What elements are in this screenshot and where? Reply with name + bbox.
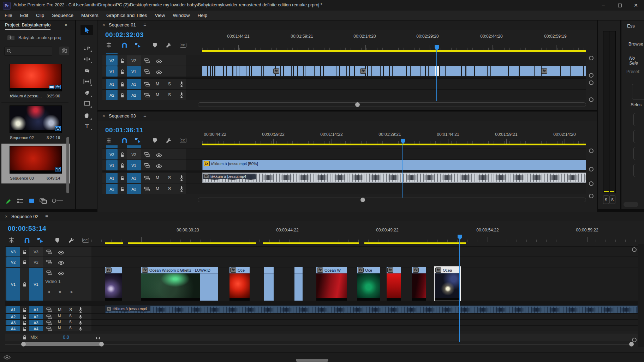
mute-button[interactable]: M xyxy=(156,186,159,191)
source-patch-v2[interactable]: V2 xyxy=(106,149,118,159)
target-patch-a1[interactable]: A1 xyxy=(127,173,141,183)
timeline-clip[interactable] xyxy=(315,66,320,76)
track-height-handle[interactable] xyxy=(632,247,637,252)
playhead-line[interactable] xyxy=(402,144,403,198)
menu-window[interactable]: Window xyxy=(169,13,193,18)
solo-button[interactable]: S xyxy=(168,82,171,86)
mute-button[interactable]: M xyxy=(156,175,159,180)
playhead-line[interactable] xyxy=(459,240,460,342)
lock-icon[interactable] xyxy=(120,58,124,65)
timeline-clip[interactable] xyxy=(509,66,519,76)
timeline-clip[interactable] xyxy=(252,66,261,76)
timeline-clip[interactable] xyxy=(584,66,586,76)
scrollbar-knob[interactable] xyxy=(21,342,26,346)
minimize-button[interactable]: – xyxy=(595,0,612,11)
timeline-clip[interactable] xyxy=(340,66,346,76)
timeline-clip[interactable] xyxy=(237,66,239,76)
target-patch-v1[interactable]: V1 xyxy=(127,160,141,170)
window-resize-grip[interactable] xyxy=(296,359,328,362)
target-patch-a2[interactable]: A2 xyxy=(127,90,141,100)
timeline-clip[interactable] xyxy=(294,66,297,76)
timeline-clip[interactable] xyxy=(491,66,508,76)
timeline-clip[interactable] xyxy=(347,66,349,76)
timeline-clip[interactable] xyxy=(366,66,367,76)
timeline-settings-icon[interactable] xyxy=(165,42,172,49)
razor-tool[interactable] xyxy=(80,66,93,76)
hand-tool[interactable] xyxy=(80,110,93,121)
voiceover-record-icon[interactable] xyxy=(179,175,184,182)
timeline-clip[interactable] xyxy=(292,66,293,76)
pen-tool[interactable] xyxy=(80,88,93,98)
snap-icon[interactable] xyxy=(121,42,128,49)
timeline-clip[interactable] xyxy=(488,66,490,76)
timeline-clip[interactable] xyxy=(350,66,354,76)
timeline-clip[interactable]: fxOce xyxy=(229,267,250,301)
timeline-clip[interactable] xyxy=(211,66,212,76)
timeline-clip[interactable] xyxy=(284,66,291,76)
toggle-track-output-icon[interactable] xyxy=(156,59,162,65)
target-patch-a1[interactable]: A1 xyxy=(127,79,141,89)
panel-menu-icon[interactable]: ≡ xyxy=(143,113,146,119)
timeline-clip[interactable] xyxy=(304,66,305,76)
timeline-clip[interactable] xyxy=(381,66,383,76)
add-marker-icon[interactable] xyxy=(151,137,158,144)
audio-clip[interactable]: fxtékkum á þessu.mp4 xyxy=(202,173,586,183)
timeline-clip[interactable] xyxy=(294,267,303,301)
timeline-clip[interactable] xyxy=(224,66,226,76)
tab-sequence-03[interactable]: Sequence 03 xyxy=(109,113,136,119)
timeline-clip[interactable]: fx xyxy=(412,267,426,301)
linked-selection-icon[interactable] xyxy=(134,42,141,49)
menu-clip[interactable]: Clip xyxy=(32,13,48,18)
timeline-clip[interactable] xyxy=(233,66,237,76)
project-item[interactable]: tékkum á þessu...3:25:00 xyxy=(1,61,70,101)
timeline-clip[interactable] xyxy=(281,66,283,76)
close-icon[interactable]: × xyxy=(102,22,105,28)
project-item[interactable]: Sequence 023:24:19 xyxy=(1,103,70,143)
timeline-clip[interactable] xyxy=(446,66,461,76)
menu-sequence[interactable]: Sequence xyxy=(48,13,77,18)
timeline-clip[interactable] xyxy=(227,66,232,76)
timeline-clip[interactable] xyxy=(213,66,214,76)
target-patch-a2[interactable]: A2 xyxy=(127,184,141,194)
timeline-clip[interactable]: fxOcean Wisdom x Ghetts - LOWRID xyxy=(141,267,218,301)
toggle-track-output-icon[interactable] xyxy=(156,152,162,159)
voiceover-record-icon[interactable] xyxy=(179,92,184,99)
sync-lock-icon[interactable] xyxy=(144,176,150,182)
timeline-clip[interactable] xyxy=(426,66,428,76)
timeline-clip[interactable] xyxy=(264,267,274,301)
tab-sequence-01[interactable]: Sequence 01 xyxy=(109,22,136,28)
timeline-clip[interactable] xyxy=(390,66,392,76)
playhead-timecode[interactable]: 00:02:32:03 xyxy=(105,31,144,39)
timeline-clip[interactable] xyxy=(384,66,389,76)
menu-markers[interactable]: Markers xyxy=(77,13,102,18)
lock-icon[interactable] xyxy=(120,163,124,169)
sync-lock-icon[interactable] xyxy=(144,187,150,193)
lock-icon[interactable] xyxy=(120,69,124,76)
timeline-clip[interactable] xyxy=(264,66,275,76)
search-bin-button[interactable] xyxy=(59,47,69,55)
timeline-clip[interactable] xyxy=(407,66,410,76)
sync-lock-icon[interactable] xyxy=(144,152,150,158)
panel-overflow-icon[interactable]: » xyxy=(65,22,67,28)
toggle-track-output-icon[interactable] xyxy=(156,70,162,76)
timeline-settings-icon[interactable] xyxy=(165,137,172,144)
track-height-handle[interactable] xyxy=(589,73,594,78)
audio-clip[interactable]: fxtékkum á þessu.mp4 xyxy=(105,306,638,313)
timeline-clip[interactable] xyxy=(475,66,487,76)
mute-button[interactable]: M xyxy=(156,82,159,86)
timeline-clip[interactable] xyxy=(561,66,570,76)
timeline-clip[interactable] xyxy=(202,66,207,76)
current-bin-name[interactable]: Babytak...make.prproj xyxy=(18,35,61,40)
timeline-clip[interactable]: fxOce xyxy=(357,267,380,301)
timeline-clip[interactable] xyxy=(208,66,210,76)
zoom-slider[interactable] xyxy=(52,198,64,205)
source-patch-a1[interactable]: A1 xyxy=(106,173,118,183)
track-height-handle[interactable] xyxy=(589,97,594,102)
track-height-handle[interactable] xyxy=(589,149,594,153)
solo-right-button[interactable]: S xyxy=(609,195,615,204)
timeline-clip[interactable] xyxy=(571,66,583,76)
timeline-clip[interactable]: fxOcean W xyxy=(316,267,347,301)
nested-sequence-icon[interactable] xyxy=(105,137,112,144)
track-height-handle[interactable] xyxy=(589,167,594,171)
preset-dropdown[interactable] xyxy=(632,84,644,99)
